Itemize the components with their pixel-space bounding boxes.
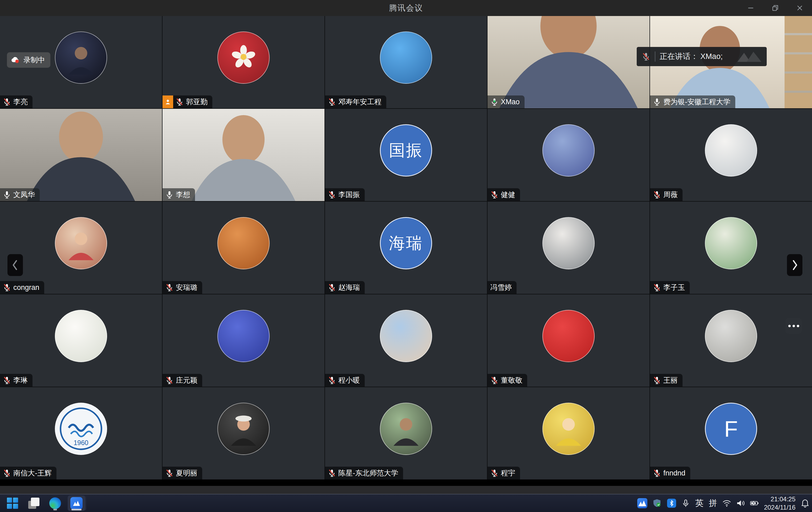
clock-time: 21:04:25: [764, 495, 795, 503]
participant-tile[interactable]: 李子玉: [650, 201, 812, 294]
edge-browser-button[interactable]: [46, 495, 64, 511]
participant-avatar: [542, 403, 594, 455]
avatar-flower-icon: [225, 39, 262, 76]
meeting-tray-icon[interactable]: [637, 494, 647, 512]
participant-tile[interactable]: 文凤华: [0, 109, 162, 201]
close-button[interactable]: [787, 0, 812, 16]
recording-cloud-icon: [11, 56, 20, 64]
participant-name-label: fnndnd: [650, 467, 690, 480]
participant-name: 董敬敬: [501, 375, 522, 385]
bottom-black-strip: [0, 480, 812, 486]
participant-tile[interactable]: 夏明丽: [163, 387, 324, 480]
participant-tile[interactable]: 庄元颖: [163, 294, 324, 387]
minimize-button[interactable]: [738, 0, 763, 16]
ime-pinyin-indicator[interactable]: 拼: [709, 494, 717, 512]
bookshelf-accent: [785, 16, 812, 108]
participant-avatar: [218, 31, 270, 84]
participant-avatar: [218, 217, 270, 269]
participant-tile[interactable]: XMao: [488, 16, 649, 108]
participant-name: 郭亚勤: [186, 97, 207, 107]
next-page-button[interactable]: [787, 254, 803, 276]
participant-name-label: 夏明丽: [163, 467, 202, 480]
battery-icon[interactable]: [750, 494, 759, 512]
running-indicator: [53, 509, 57, 510]
ime-english-indicator[interactable]: 英: [695, 494, 703, 512]
security-shield-icon[interactable]: [653, 494, 662, 512]
participant-tile[interactable]: 董敬敬: [488, 294, 649, 387]
participant-tile[interactable]: 周薇: [650, 109, 812, 201]
participant-tile[interactable]: 陈星-东北师范大学: [325, 387, 487, 480]
svg-text:1960: 1960: [74, 439, 88, 447]
taskbar-clock[interactable]: 21:04:25 2024/11/16: [764, 495, 795, 511]
participant-tile[interactable]: 1960 南信大-王辉: [0, 387, 162, 480]
participant-name-label: 李国振: [325, 188, 365, 201]
participant-name: 健健: [501, 190, 515, 199]
participant-tile[interactable]: F fnndnd: [650, 387, 812, 480]
participant-name: 冯雪婷: [490, 283, 512, 292]
mic-muted-icon: [328, 98, 336, 106]
participant-name-label: 郭亚勤: [163, 96, 212, 108]
mic-muted-icon: [3, 283, 11, 292]
participant-name: XMao: [501, 98, 520, 106]
more-options-button[interactable]: [785, 318, 802, 334]
participant-tile[interactable]: 健健: [488, 109, 649, 201]
participant-tile[interactable]: 海瑞 赵海瑞: [325, 201, 487, 294]
person-silhouette: [488, 16, 649, 108]
recording-indicator[interactable]: 录制中: [7, 52, 50, 68]
avatar-university-logo: 1960: [55, 403, 107, 454]
participant-video: [163, 109, 324, 201]
mic-muted-icon: [490, 190, 499, 199]
active-running-indicator: [71, 509, 82, 510]
avatar-person-icon: [387, 410, 425, 447]
participant-name-label: 程小暖: [325, 374, 365, 387]
participant-tile[interactable]: 邓寿年安工程: [325, 16, 487, 108]
participant-avatar: 1960: [55, 403, 107, 455]
task-view-button[interactable]: [25, 495, 42, 511]
participant-tile[interactable]: 程宇: [488, 387, 649, 480]
window-title: 腾讯会议: [389, 3, 423, 14]
participant-tile[interactable]: 郭亚勤: [163, 16, 324, 108]
taskbar-app-icons: [4, 494, 85, 512]
participant-name: 南信大-王辉: [13, 468, 52, 478]
volume-icon[interactable]: [736, 494, 745, 512]
tencent-meeting-taskbar-button[interactable]: [68, 495, 85, 511]
avatar-text: F: [724, 416, 738, 442]
participant-tile[interactable]: 冯雪婷: [488, 201, 649, 294]
bottom-gray-strip: [0, 486, 812, 494]
mic-muted-icon: [653, 283, 661, 292]
participant-avatar: [55, 310, 107, 362]
windows-taskbar: 英 拼 21: [0, 494, 812, 512]
participant-name: 周薇: [663, 190, 678, 199]
task-view-icon: [28, 497, 39, 509]
notification-bell-icon[interactable]: [801, 494, 809, 512]
participant-tile[interactable]: 王丽: [650, 294, 812, 387]
person-silhouette: [163, 109, 324, 201]
mic-on-icon: [165, 190, 174, 199]
prev-page-button[interactable]: [7, 254, 23, 276]
participant-tile[interactable]: 程小暖: [325, 294, 487, 387]
participant-tile[interactable]: 李想: [163, 109, 324, 201]
participant-name: fnndnd: [663, 469, 686, 477]
participant-tile[interactable]: 安瑞璐: [163, 201, 324, 294]
participant-tile[interactable]: congran: [0, 201, 162, 294]
participant-name-label: 董敬敬: [488, 374, 527, 387]
microphone-tray-icon[interactable]: [682, 494, 690, 512]
participant-tile[interactable]: 国振 李国振: [325, 109, 487, 201]
mic-on-icon: [3, 190, 11, 199]
participant-avatar: [542, 217, 594, 269]
restore-button[interactable]: [763, 0, 787, 16]
speaking-banner: 正在讲话： XMao;: [637, 47, 767, 66]
wifi-icon[interactable]: [723, 494, 731, 512]
bluetooth-icon[interactable]: [667, 494, 676, 512]
participant-avatar: [542, 310, 594, 362]
participant-name-label: 王丽: [650, 374, 683, 387]
participant-grid: 李亮: [0, 16, 812, 480]
participant-avatar: [380, 310, 432, 362]
participant-name-label: 李子玉: [650, 281, 690, 294]
mic-muted-icon: [165, 283, 174, 292]
avatar-person-icon: [550, 410, 587, 447]
avatar-person-icon: [225, 410, 262, 447]
participant-avatar: [542, 124, 594, 177]
start-button[interactable]: [4, 495, 21, 511]
participant-tile[interactable]: 李琳: [0, 294, 162, 387]
